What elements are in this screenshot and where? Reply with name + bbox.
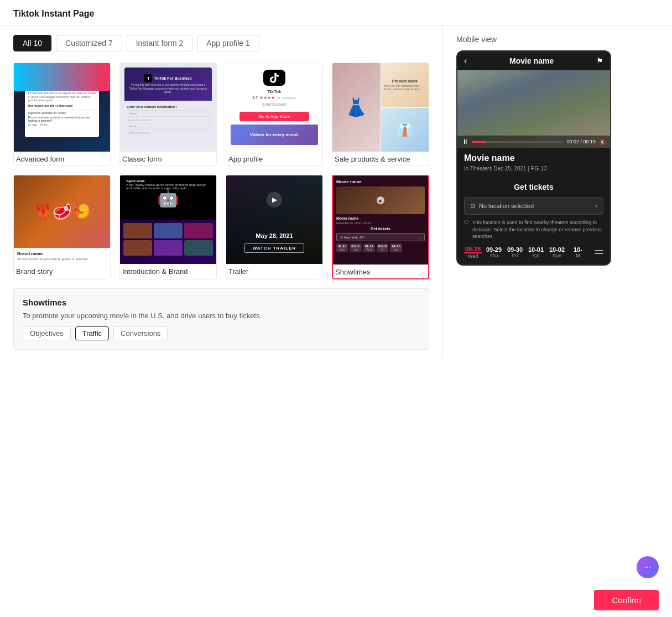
dates-settings-icon: [595, 250, 603, 254]
date-num-0: 09-28: [464, 246, 482, 253]
page-title: Tiktok Instant Page: [13, 9, 94, 18]
date-num-4: 10-02: [548, 246, 566, 253]
template-label-advanced-form: Advanced form: [14, 152, 110, 165]
template-label-sale-products: Sale products & service: [332, 152, 429, 165]
filter-tabs: All 10 Customized 7 Instant form 2 App p…: [13, 35, 429, 51]
mobile-title: Movie name: [509, 56, 554, 65]
template-label-app-profile: App profile: [226, 152, 322, 165]
location-text: No location selected: [479, 203, 534, 209]
templates-grid-row2: 🦞🥩🍤 Brand name An introduction of your b…: [13, 175, 429, 279]
template-label-showtimes: Showtimes: [333, 265, 428, 278]
mobile-video-area: ⏸ 00:02 / 00:19 🔇: [457, 70, 610, 148]
movie-meta: In Theaters Dec 25, 2021 | PG-13: [464, 165, 603, 172]
description-title: Showtimes: [23, 298, 420, 307]
template-card-advanced-form[interactable]: T TikTok For Business Fill this form and…: [13, 63, 111, 166]
template-thumb-intro-brand: 🤖 Agent Bone A fun, quirky mobile game w…: [120, 175, 216, 264]
template-thumb-classic: T TikTok For Business Fill out this form…: [120, 63, 216, 152]
template-label-brand-story: Brand story: [14, 264, 110, 278]
date-day-4: Sun: [548, 253, 566, 258]
template-card-sale-products[interactable]: 👗 Product sales Here you can introduce y…: [332, 63, 429, 166]
video-time: 00:02 / 00:19: [566, 139, 596, 144]
date-day-2: Fri: [506, 253, 524, 258]
template-thumb-showtimes: Movie name ▶ Movie name December 25, 202…: [333, 176, 428, 265]
date-item-5[interactable]: 10- M: [569, 246, 587, 258]
template-card-brand-story[interactable]: 🦞🥩🍤 Brand name An introduction of your b…: [13, 175, 111, 279]
location-arrow-icon: ›: [595, 202, 597, 210]
date-item-0[interactable]: 09-28 Wed: [464, 246, 482, 259]
play-pause-button[interactable]: ⏸: [462, 138, 468, 146]
templates-grid-row1: T TikTok For Business Fill this form and…: [13, 63, 429, 166]
template-card-showtimes[interactable]: Movie name ▶ Movie name December 25, 202…: [332, 175, 429, 279]
date-num-1: 09-29: [485, 246, 503, 253]
mobile-frame: ‹ Movie name ⚑ ⏸ 00:02 / 00:19: [456, 50, 611, 266]
filter-tab-instant-form[interactable]: Instant form 2: [127, 35, 193, 51]
objective-tag-conversions[interactable]: Conversions: [113, 326, 168, 340]
date-num-3: 10-01: [527, 246, 545, 253]
get-tickets-title: Get tickets: [464, 183, 603, 191]
date-day-1: Thu: [485, 253, 503, 258]
chat-bubble[interactable]: ···: [637, 556, 659, 578]
volume-icon[interactable]: 🔇: [599, 139, 606, 145]
date-day-3: Sat: [527, 253, 545, 258]
chat-icon: ···: [644, 562, 651, 572]
confirm-button[interactable]: Confirm: [594, 590, 659, 610]
objective-tag-traffic[interactable]: Traffic: [75, 326, 109, 340]
right-panel: Mobile view ‹ Movie name ⚑ ⏸: [442, 26, 631, 359]
template-label-intro-brand: Introduction & Brand: [120, 264, 216, 278]
main-content: All 10 Customized 7 Instant form 2 App p…: [0, 26, 672, 359]
location-row[interactable]: ⊙ No location selected ›: [464, 197, 603, 215]
mobile-movie-info: Movie name In Theaters Dec 25, 2021 | PG…: [457, 148, 610, 177]
filter-tab-app-profile[interactable]: App profile 1: [197, 35, 259, 51]
objective-tags: Objectives Traffic Conversions: [23, 326, 420, 340]
notice-icon: 🛡: [464, 219, 469, 240]
template-card-classic-form[interactable]: T TikTok For Business Fill out this form…: [119, 63, 217, 166]
date-item-2[interactable]: 09-30 Fri: [506, 246, 524, 258]
date-num-5: 10-: [569, 246, 587, 253]
description-section: Showtimes To promote your upcoming movie…: [13, 288, 429, 350]
dates-row: 09-28 Wed 09-29 Thu 09-30 Fri 10-01: [464, 246, 603, 259]
filter-tab-all[interactable]: All 10: [13, 35, 51, 51]
mobile-back-button[interactable]: ‹: [464, 56, 467, 66]
template-thumb-sale: 👗 Product sales Here you can introduce y…: [332, 63, 429, 152]
template-thumb-brand-story: 🦞🥩🍤 Brand name An introduction of your b…: [14, 175, 110, 264]
header: Tiktok Instant Page: [0, 0, 672, 26]
video-progress-bar[interactable]: [472, 141, 563, 143]
date-num-2: 09-30: [506, 246, 524, 253]
tiktok-logo-icon: [263, 70, 285, 86]
description-text: To promote your upcoming movie in the U.…: [23, 312, 420, 320]
date-item-4[interactable]: 10-02 Sun: [548, 246, 566, 258]
date-day-5: M: [569, 253, 587, 258]
date-day-0: Wed: [464, 253, 482, 259]
page-container: Tiktok Instant Page All 10 Customized 7 …: [0, 0, 672, 617]
location-notice: 🛡 This location is used to find nearby t…: [464, 219, 603, 240]
objective-tag-objectives[interactable]: Objectives: [23, 326, 71, 340]
location-left: ⊙ No location selected: [470, 202, 534, 210]
video-controls: ⏸ 00:02 / 00:19 🔇: [457, 136, 610, 148]
template-card-intro-brand[interactable]: 🤖 Agent Bone A fun, quirky mobile game w…: [119, 175, 217, 279]
movie-title: Movie name: [464, 153, 603, 163]
go-to-app-store-btn: Go to App Store: [239, 112, 309, 121]
mobile-top-bar: ‹ Movie name ⚑: [457, 51, 610, 70]
mobile-flag-icon: ⚑: [596, 56, 603, 65]
template-card-app-profile[interactable]: TikTok 4.7 ★★★★ 44 | Category Entertainm…: [226, 63, 323, 166]
get-tickets-section: Get tickets ⊙ No location selected › 🛡 T…: [457, 177, 610, 265]
notice-text: This location is used to find nearby the…: [472, 219, 603, 240]
template-card-trailer[interactable]: ▶ May 28, 2021 WATCH TRAILER Trailer: [226, 175, 323, 279]
template-label-trailer: Trailer: [226, 264, 322, 278]
video-progress-fill: [472, 141, 486, 143]
template-thumb-trailer: ▶ May 28, 2021 WATCH TRAILER: [226, 175, 322, 264]
date-item-3[interactable]: 10-01 Sat: [527, 246, 545, 258]
template-label-classic-form: Classic form: [120, 152, 216, 165]
left-panel: All 10 Customized 7 Instant form 2 App p…: [0, 26, 442, 359]
template-thumb-advanced: T TikTok For Business Fill this form and…: [14, 63, 110, 152]
location-icon: ⊙: [470, 202, 476, 210]
template-thumb-app-profile: TikTok 4.7 ★★★★ 44 | Category Entertainm…: [226, 63, 322, 152]
mobile-view-title: Mobile view: [456, 35, 617, 44]
filter-tab-customized[interactable]: Customized 7: [56, 35, 122, 51]
date-item-1[interactable]: 09-29 Thu: [485, 246, 503, 258]
bottom-bar: Confirm: [0, 583, 672, 617]
